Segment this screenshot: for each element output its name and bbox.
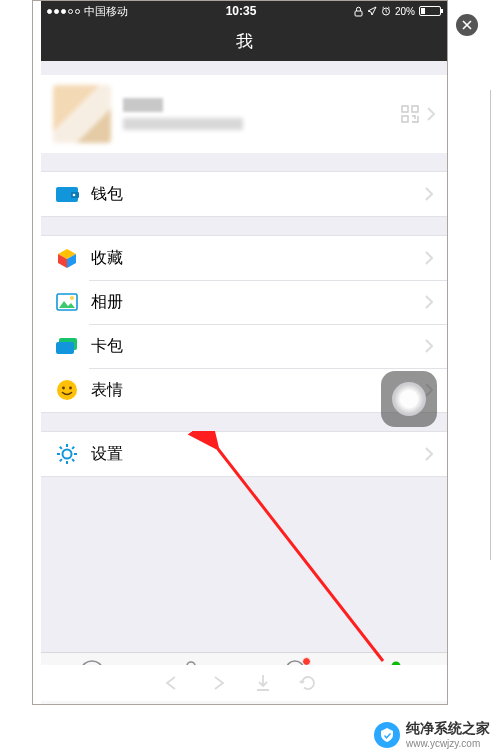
side-strip (490, 90, 500, 560)
page-title: 我 (236, 30, 253, 53)
screenshot-frame: 中国移动 10:35 20% 我 (32, 0, 448, 705)
svg-point-16 (57, 380, 77, 400)
svg-point-18 (69, 387, 72, 390)
back-icon[interactable] (163, 675, 181, 691)
row-label: 钱包 (91, 184, 417, 205)
phone-screen: 中国移动 10:35 20% 我 (41, 1, 447, 704)
close-icon (462, 20, 472, 30)
viewer-toolbar (33, 665, 447, 701)
wallet-icon (55, 182, 79, 206)
row-wallet[interactable]: 钱包 (41, 172, 447, 216)
battery-icon (419, 6, 441, 16)
svg-rect-2 (402, 106, 408, 112)
row-label: 收藏 (91, 248, 417, 269)
group-settings: 设置 (41, 431, 447, 477)
svg-point-7 (73, 194, 76, 197)
svg-rect-0 (355, 11, 362, 16)
svg-point-19 (63, 450, 72, 459)
svg-marker-12 (59, 301, 75, 308)
row-cards[interactable]: 卡包 (41, 324, 447, 368)
row-album[interactable]: 相册 (41, 280, 447, 324)
watermark-name: 纯净系统之家 (406, 720, 490, 738)
svg-point-13 (70, 296, 74, 300)
download-icon[interactable] (255, 674, 271, 692)
forward-icon[interactable] (209, 675, 227, 691)
profile-info (123, 98, 401, 130)
svg-rect-4 (402, 116, 408, 122)
picture-icon (55, 290, 79, 314)
svg-rect-15 (56, 342, 74, 354)
chevron-right-icon (425, 339, 433, 353)
row-label: 表情 (91, 380, 417, 401)
refresh-icon[interactable] (299, 674, 317, 692)
row-settings[interactable]: 设置 (41, 432, 447, 476)
profile-row[interactable] (41, 75, 447, 153)
watermark: 纯净系统之家 www.ycwjzy.com (374, 720, 490, 749)
clock: 10:35 (132, 4, 350, 18)
chevron-right-icon (425, 251, 433, 265)
carrier-label: 中国移动 (84, 4, 128, 19)
row-label: 卡包 (91, 336, 417, 357)
smiley-icon (55, 378, 79, 402)
location-icon (367, 6, 377, 16)
chevron-right-icon (427, 107, 435, 121)
close-button[interactable] (456, 14, 478, 36)
watermark-logo-icon (374, 722, 400, 748)
signal-strength-icon (47, 9, 80, 14)
chevron-right-icon (425, 295, 433, 309)
chevron-right-icon (425, 187, 433, 201)
avatar (53, 85, 111, 143)
alarm-icon (381, 6, 391, 16)
gear-icon (55, 442, 79, 466)
row-label: 设置 (91, 444, 417, 465)
cube-icon (55, 246, 79, 270)
cards-icon (55, 334, 79, 358)
row-label: 相册 (91, 292, 417, 313)
qr-code-icon[interactable] (401, 105, 419, 123)
battery-pct: 20% (395, 6, 415, 17)
chevron-right-icon (425, 447, 433, 461)
row-favorites[interactable]: 收藏 (41, 236, 447, 280)
svg-rect-3 (412, 106, 418, 112)
watermark-url: www.ycwjzy.com (406, 738, 490, 749)
assistive-touch[interactable] (381, 371, 437, 427)
nav-bar: 我 (41, 21, 447, 61)
group-wallet: 钱包 (41, 171, 447, 217)
lock-icon (354, 6, 363, 17)
svg-point-17 (62, 387, 65, 390)
status-bar: 中国移动 10:35 20% (41, 1, 447, 21)
